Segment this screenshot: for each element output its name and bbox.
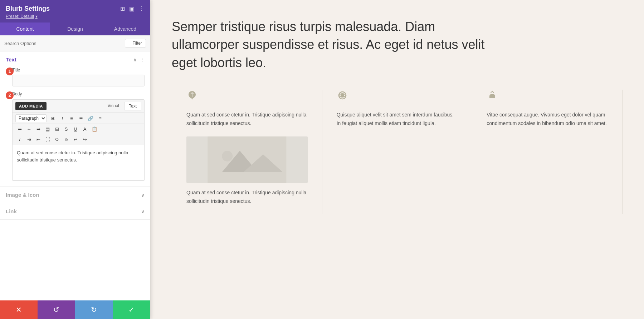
- panel-tabs: Content Design Advanced: [0, 23, 150, 35]
- strikethrough-button[interactable]: S: [62, 125, 70, 133]
- title-field-wrapper: 1 Title: [12, 68, 145, 91]
- panel-header-top: Blurb Settings ⊞ ▣ ⋮: [6, 5, 145, 13]
- more-section-icon[interactable]: ⋮: [140, 57, 145, 63]
- text-section: Text ∧ ⋮ 1 Title 2 Body: [0, 51, 150, 187]
- align-justify-button[interactable]: ▤: [43, 125, 52, 133]
- align-left-button[interactable]: ⬅: [15, 125, 24, 133]
- visual-tab[interactable]: Visual: [103, 102, 123, 110]
- title-label: Title: [12, 68, 145, 73]
- cancel-button[interactable]: ✕: [0, 300, 38, 319]
- blurb-col-3: Vitae consequat augue. Vivamus eget dolo…: [472, 90, 623, 214]
- table-button[interactable]: ⊞: [53, 125, 61, 133]
- reset-button[interactable]: ↺: [38, 300, 75, 319]
- omega-button[interactable]: Ω: [53, 136, 61, 143]
- redo-button[interactable]: ↻: [75, 300, 113, 319]
- blurb-settings-panel: Blurb Settings ⊞ ▣ ⋮ Preset: Default ▾ C…: [0, 0, 150, 319]
- text-section-header-icons: ∧ ⋮: [133, 57, 145, 63]
- blurb-icon-2: [337, 90, 458, 104]
- indent-increase-button[interactable]: ⇥: [25, 136, 33, 143]
- visual-text-tabs: Visual Text: [103, 102, 141, 110]
- toolbar-row2: Paragraph B I ≡ ≣ 🔗 ❝: [13, 113, 144, 124]
- tab-advanced[interactable]: Advanced: [100, 23, 150, 35]
- bold-button[interactable]: B: [49, 115, 57, 122]
- preset-selector[interactable]: Preset: Default ▾: [6, 14, 145, 19]
- title-input[interactable]: [12, 75, 145, 86]
- content-area: Semper tristique risus turpis malesuada.…: [150, 0, 644, 319]
- tab-content[interactable]: Content: [0, 23, 50, 35]
- text-section-content: 1 Title 2 Body ADD MEDIA Visual: [0, 68, 150, 186]
- blurb-icon-1: [186, 90, 308, 104]
- ordered-list-button[interactable]: ≣: [77, 115, 85, 122]
- emoji-button[interactable]: ☺: [62, 136, 70, 143]
- blurb-text-3: Vitae consequat augue. Vivamus eget dolo…: [487, 111, 608, 128]
- panel-header: Blurb Settings ⊞ ▣ ⋮ Preset: Default ▾: [0, 0, 150, 23]
- text-color-button[interactable]: A: [80, 125, 89, 133]
- paragraph-select[interactable]: Paragraph: [15, 114, 47, 122]
- blurb-col-2: Quisque aliquet velit sit amet sem inter…: [322, 90, 473, 214]
- step-badge-2: 2: [6, 91, 14, 99]
- body-label: Body: [12, 91, 145, 96]
- panel-body: Text ∧ ⋮ 1 Title 2 Body: [0, 51, 150, 300]
- tab-design[interactable]: Design: [50, 23, 100, 35]
- link-button[interactable]: 🔗: [86, 115, 95, 122]
- save-button[interactable]: ✓: [113, 300, 150, 319]
- link-section: Link ∨: [0, 203, 150, 220]
- indent-decrease-button[interactable]: I: [15, 136, 24, 143]
- link-section-title: Link: [6, 208, 17, 214]
- text-section-title: Text: [6, 56, 16, 63]
- toolbar-row4: I ⇥ ⇤ ⛶ Ω ☺ ↩ ↪: [13, 134, 144, 145]
- fullscreen-button[interactable]: ⛶: [43, 136, 52, 143]
- grid-icon[interactable]: ▣: [129, 5, 135, 12]
- blockquote-button[interactable]: ❝: [96, 115, 104, 122]
- hero-text: Semper tristique risus turpis malesuada.…: [172, 18, 494, 72]
- editor-content[interactable]: Quam at sed conse ctetur in. Tristique a…: [12, 145, 145, 181]
- image-icon-section-header[interactable]: Image & Icon ∨: [0, 187, 150, 203]
- image-icon-section: Image & Icon ∨: [0, 187, 150, 203]
- unordered-list-button[interactable]: ≡: [67, 115, 76, 122]
- toolbar-row3: ⬅ ↔ ➡ ▤ ⊞ S U A 📋: [13, 124, 144, 134]
- link-section-header[interactable]: Link ∨: [0, 203, 150, 219]
- image-icon-chevron[interactable]: ∨: [141, 192, 145, 198]
- body-field-wrapper: 2 Body ADD MEDIA Visual Text: [12, 91, 145, 181]
- undo-button[interactable]: ↩: [71, 136, 80, 143]
- editor-toolbar: ADD MEDIA Visual Text Paragraph B: [12, 99, 145, 145]
- indent3-button[interactable]: ⇤: [34, 136, 43, 143]
- paste-button[interactable]: 📋: [90, 125, 99, 133]
- focus-icon[interactable]: ⊞: [120, 5, 125, 12]
- align-center-button[interactable]: ↔: [25, 125, 33, 133]
- redo-button[interactable]: ↪: [80, 136, 89, 143]
- underline-button[interactable]: U: [71, 125, 80, 133]
- blurb-text-1: Quam at sed conse ctetur in. Tristique a…: [186, 111, 308, 128]
- blurbs-grid: Quam at sed conse ctetur in. Tristique a…: [172, 90, 623, 214]
- toolbar-row1: ADD MEDIA Visual Text: [13, 100, 144, 113]
- align-right-button[interactable]: ➡: [34, 125, 43, 133]
- image-icon-section-title: Image & Icon: [6, 192, 39, 198]
- blurb-below-text-1: Quam at sed conse ctetur in. Tristique a…: [186, 189, 308, 206]
- panel-footer: ✕ ↺ ↻ ✓: [0, 300, 150, 319]
- blurb-image-1: [186, 136, 308, 183]
- panel-title: Blurb Settings: [6, 5, 50, 13]
- filter-button[interactable]: + Filter: [125, 39, 146, 48]
- search-input[interactable]: [4, 41, 122, 46]
- collapse-icon[interactable]: ∧: [133, 57, 137, 63]
- svg-point-3: [222, 151, 233, 161]
- blurb-text-2: Quisque aliquet velit sit amet sem inter…: [337, 111, 458, 128]
- search-bar: + Filter: [0, 35, 150, 51]
- step-badge-1: 1: [6, 68, 14, 75]
- add-media-button[interactable]: ADD MEDIA: [15, 102, 47, 110]
- more-icon[interactable]: ⋮: [139, 5, 145, 12]
- italic-button[interactable]: I: [58, 115, 67, 122]
- text-section-header[interactable]: Text ∧ ⋮: [0, 51, 150, 68]
- blurb-icon-3: [487, 90, 608, 104]
- link-chevron[interactable]: ∨: [141, 209, 145, 214]
- blurb-col-1: Quam at sed conse ctetur in. Tristique a…: [172, 90, 322, 214]
- text-tab[interactable]: Text: [124, 102, 141, 110]
- panel-header-icons: ⊞ ▣ ⋮: [120, 5, 145, 12]
